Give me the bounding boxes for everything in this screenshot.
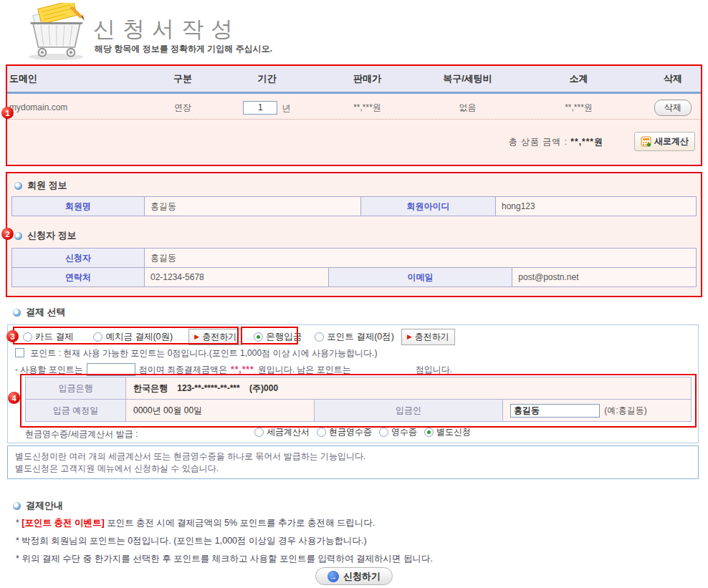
use-point-row: - 사용할 포인트는 점이며 최종결제금액은 **,*** 원입니다. 남은 포… xyxy=(15,363,452,376)
separate-request-option[interactable]: 별도신청 xyxy=(424,426,471,438)
guide-line-1: * [포인트 충전 이벤트] 포인트 충전 시에 결제금액의 5% 포인트를 추… xyxy=(16,517,375,529)
deposit-date-label: 입금 예정일 xyxy=(26,400,126,422)
member-info-header: 회원 정보 xyxy=(14,179,67,192)
info-section: 회원 정보 회원명 홍길동 회원아이디 hong123 신청자 정보 신청자 홍… xyxy=(6,172,702,297)
separate-request-radio-selected[interactable] xyxy=(424,428,434,437)
bank-row-label: 입금은행 xyxy=(26,377,126,400)
annotation-badge-1: 1 xyxy=(1,107,14,119)
contact-label: 연락처 xyxy=(12,268,145,287)
tax-invoice-label: 세금계산서 xyxy=(267,426,310,438)
point-check-text: 포인트 : 현재 사용 가능한 포인트는 0점입니다.(포인트 1,000점 이… xyxy=(30,348,377,358)
member-info-table: 회원명 홍길동 회원아이디 hong123 xyxy=(11,196,697,216)
use-point-suffix: 원입니다. 남은 포인트는 xyxy=(258,364,351,376)
section-bullet-icon xyxy=(13,502,21,510)
order-row: mydomain.com 연장 년 **,***원 없음 **,***원 삭제 xyxy=(7,96,701,120)
red-arrow-icon: ▶ xyxy=(407,334,412,340)
order-recovery-fee: 없음 xyxy=(423,102,512,114)
page-title: 신청서작성 xyxy=(93,14,240,44)
order-price: **,***원 xyxy=(312,102,423,114)
order-table-header: 도메인 구분 기간 판매가 복구/세팅비 소계 삭제 xyxy=(7,66,701,94)
contact-value: 02-1234-5678 xyxy=(145,268,329,287)
col-domain: 도메인 xyxy=(7,72,143,85)
separate-request-note: 별도신청이란 여러 개의 세금계산서 또는 현금영수증을 하나로 묶어서 발급하… xyxy=(7,445,699,479)
separate-request-label: 별도신청 xyxy=(436,426,471,438)
col-recovery-fee: 복구/세팅비 xyxy=(423,72,512,85)
col-price: 판매가 xyxy=(312,72,423,85)
use-point-mid: 점이며 최종결제금액은 xyxy=(139,364,227,376)
blue-arrow-icon: → xyxy=(327,571,339,582)
use-point-input[interactable] xyxy=(87,363,135,376)
annotation-badge-3: 3 xyxy=(6,330,19,342)
bank-deposit-table: 입금은행 한국은행 123-**-****-**-*** (주)000 입금 예… xyxy=(25,377,692,422)
recalculate-button[interactable]: 새로계산 xyxy=(634,132,695,151)
guide-line-2: * 박정희 회원님의 포인트는 0점입니다. (포인트는 1,000점 이상일 … xyxy=(16,535,367,547)
annotation-badge-2: 2 xyxy=(1,228,14,240)
application-form-page: 신청서작성 해당 항목에 정보를 정확하게 기입해 주십시오. 도메인 구분 기… xyxy=(0,0,708,588)
point-label: 포인트 결제(0점) xyxy=(327,331,394,343)
point-event-highlight: [포인트 충전 이벤트] xyxy=(21,518,104,528)
col-delete: 삭제 xyxy=(645,72,701,85)
point-radio[interactable] xyxy=(315,332,324,342)
depositor-cell: (예:홍길동) xyxy=(503,400,692,422)
charge-label-2: 충전하기 xyxy=(415,331,449,343)
receipt-radio[interactable] xyxy=(379,428,388,437)
point-payment-option[interactable]: 포인트 결제(0점) xyxy=(315,331,394,343)
guide-line-3: * 위의 결제 수단 중 한가지를 선택한 후 포인트를 체크하고 사용할 포인… xyxy=(16,553,433,565)
charge-button-2[interactable]: ▶ 충전하기 xyxy=(401,329,455,345)
payment-title: 결제 선택 xyxy=(26,306,66,319)
calculator-icon xyxy=(641,136,651,147)
guide-section-header: 결제안내 xyxy=(13,499,63,512)
applicant-info-title: 신청자 정보 xyxy=(27,229,77,242)
shopping-cart-icon xyxy=(20,3,92,62)
cash-receipt-option[interactable]: 현금영수증 xyxy=(317,426,372,438)
depositor-hint: (예:홍길동) xyxy=(604,405,646,415)
cash-receipt-radio[interactable] xyxy=(317,428,326,437)
member-id-value: hong123 xyxy=(496,197,697,216)
section-bullet-icon xyxy=(14,232,22,240)
annotation-badge-4: 4 xyxy=(8,392,20,404)
total-value: **,***원 xyxy=(570,137,603,147)
applicant-info-table: 신청자 홍길동 연락처 02-1234-5678 이메일 post@postn.… xyxy=(11,248,697,287)
guide-line-1-text: 포인트 충전 시에 결제금액의 5% 포인트를 추가로 충전해 드립니다. xyxy=(107,518,375,528)
tax-invoice-option[interactable]: 세금계산서 xyxy=(254,426,310,438)
applicant-label: 신청자 xyxy=(12,249,145,268)
applicant-value: 홍길동 xyxy=(145,249,697,268)
member-info-title: 회원 정보 xyxy=(27,179,67,192)
total-label: 총 상품 금액 : xyxy=(509,137,568,147)
page-header: 신청서작성 해당 항목에 정보를 정확하게 기입해 주십시오. xyxy=(0,0,708,63)
bank-account-value: 한국은행 123-**-****-**-*** (주)000 xyxy=(126,377,692,400)
member-name-label: 회원명 xyxy=(12,197,145,216)
submit-button[interactable]: → 신청하기 xyxy=(315,567,393,585)
applicant-info-header: 신청자 정보 xyxy=(14,229,77,242)
note-line-2: 별도신청은 고객지원 메뉴에서 신청하실 수 있습니다. xyxy=(15,463,691,475)
guide-title: 결제안내 xyxy=(26,499,63,512)
use-point-prefix: - 사용할 포인트는 xyxy=(15,364,83,376)
depositor-input[interactable] xyxy=(510,404,600,418)
note-line-1: 별도신청이란 여러 개의 세금계산서 또는 현금영수증을 하나로 묶어서 발급하… xyxy=(15,450,691,463)
deposit-date-value: 0000년 00월 00일 xyxy=(126,400,315,422)
order-subtotal: **,***원 xyxy=(512,102,645,114)
delete-button[interactable]: 삭제 xyxy=(654,100,692,116)
order-total: 총 상품 금액 : **,***원 xyxy=(509,136,603,148)
final-amount: **,*** xyxy=(231,365,254,375)
depositor-label: 입금인 xyxy=(315,400,503,422)
section-bullet-icon xyxy=(13,309,21,317)
email-value: post@postn.net xyxy=(512,268,697,287)
tax-invoice-radio[interactable] xyxy=(254,428,264,437)
receipt-options: 세금계산서 현금영수증 영수증 별도신청 xyxy=(254,426,471,438)
col-subtotal: 소계 xyxy=(512,72,645,85)
receipt-row: 현금영수증/세금계산서 발급 : 세금계산서 현금영수증 영수증 별도신청 xyxy=(25,426,692,442)
asterisk: * xyxy=(16,518,19,528)
col-period: 기간 xyxy=(222,72,312,85)
order-domain: mydomain.com xyxy=(7,102,143,112)
member-id-label: 회원아이디 xyxy=(361,197,496,216)
period-unit: 년 xyxy=(282,102,291,112)
period-input[interactable] xyxy=(243,101,277,115)
use-point-end: 점입니다. xyxy=(416,364,452,376)
annotation-box-charge xyxy=(241,327,298,344)
annotation-box-3 xyxy=(13,327,239,344)
submit-label: 신청하기 xyxy=(343,570,381,583)
receipt-option[interactable]: 영수증 xyxy=(379,426,417,438)
point-check-row: 포인트 : 현재 사용 가능한 포인트는 0점입니다.(포인트 1,000점 이… xyxy=(15,347,377,360)
point-checkbox[interactable] xyxy=(15,348,24,357)
